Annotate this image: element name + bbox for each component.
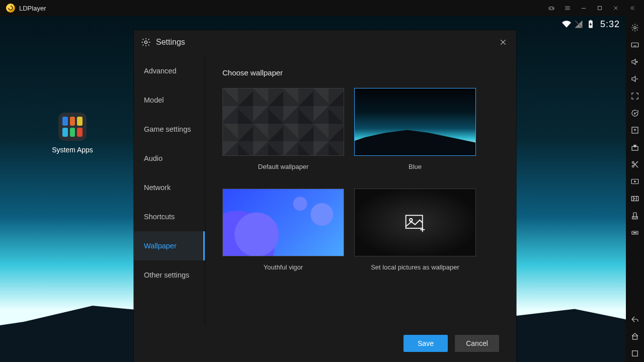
- no-sim-icon: [574, 20, 583, 29]
- gear-icon: [141, 37, 151, 47]
- wallpaper-blue[interactable]: Blue: [354, 88, 476, 170]
- settings-dialog-header: Settings: [134, 30, 516, 54]
- sync-icon[interactable]: [626, 105, 644, 122]
- home-icon[interactable]: [626, 328, 644, 345]
- nav-model[interactable]: Model: [134, 85, 205, 115]
- battery-icon: [586, 20, 595, 29]
- svg-rect-24: [631, 43, 638, 47]
- install-apk-icon[interactable]: [626, 122, 644, 139]
- back-icon[interactable]: [626, 311, 644, 328]
- folder-label: System Apps: [46, 146, 99, 154]
- nav-other-settings[interactable]: Other settings: [134, 260, 205, 290]
- emulator-toolbar: [626, 16, 644, 362]
- wallpaper-default-caption: Default wallpaper: [222, 163, 344, 170]
- save-button[interactable]: Save: [404, 335, 448, 352]
- settings-gear-icon[interactable]: [626, 19, 644, 36]
- recents-icon[interactable]: [626, 345, 644, 362]
- gamepad-icon[interactable]: [543, 0, 559, 16]
- rotate-icon[interactable]: [626, 207, 644, 224]
- nav-game-settings[interactable]: Game settings: [134, 115, 205, 144]
- wallpaper-youthful[interactable]: Youthful vigor: [222, 189, 344, 271]
- wallpaper-local-caption: Set local pictures as wallpaper: [354, 263, 476, 271]
- svg-rect-58: [632, 351, 638, 356]
- volume-up-icon[interactable]: [626, 53, 644, 70]
- dialog-button-row: Save Cancel: [134, 326, 516, 362]
- settings-title: Settings: [156, 38, 185, 47]
- close-window-button[interactable]: [608, 0, 624, 16]
- svg-rect-51: [633, 213, 636, 218]
- status-clock: 5:32: [600, 19, 620, 30]
- svg-line-45: [634, 161, 638, 165]
- collapse-toolbar-icon[interactable]: [624, 0, 640, 16]
- shared-folder-icon[interactable]: [626, 139, 644, 156]
- svg-rect-57: [633, 336, 637, 339]
- wallpaper-youthful-thumb: [222, 189, 344, 256]
- svg-point-16: [144, 41, 147, 43]
- nav-advanced[interactable]: Advanced: [134, 56, 205, 85]
- svg-rect-14: [590, 20, 591, 21]
- record-icon[interactable]: [626, 173, 644, 190]
- nav-audio[interactable]: Audio: [134, 144, 205, 173]
- svg-rect-9: [598, 7, 602, 10]
- svg-marker-36: [634, 113, 636, 115]
- wallpaper-local-thumb: [354, 189, 476, 256]
- fullscreen-icon[interactable]: [626, 87, 644, 105]
- more-icon[interactable]: [626, 224, 644, 241]
- wallpaper-youthful-caption: Youthful vigor: [222, 263, 344, 271]
- svg-marker-34: [632, 76, 635, 82]
- svg-point-4: [553, 9, 553, 9]
- wallpaper-default[interactable]: Default wallpaper: [222, 88, 344, 170]
- svg-marker-31: [632, 59, 635, 65]
- settings-dialog: Settings Advanced Model Game settings Au…: [134, 30, 516, 362]
- svg-point-42: [632, 161, 634, 163]
- svg-point-20: [410, 218, 413, 221]
- emulator-desktop: 5:32 System Apps Settings Advanced Model…: [0, 16, 626, 362]
- nav-shortcuts[interactable]: Shortcuts: [134, 202, 205, 231]
- svg-point-3: [552, 8, 553, 8]
- svg-line-44: [634, 163, 638, 167]
- svg-rect-19: [406, 215, 423, 228]
- wallpaper-panel: Choose wallpaper Default wallpaper Blue …: [205, 54, 516, 326]
- svg-point-54: [633, 232, 634, 233]
- svg-point-43: [632, 165, 634, 167]
- wifi-icon: [562, 20, 571, 29]
- multi-instance-icon[interactable]: [626, 190, 644, 207]
- close-settings-button[interactable]: [497, 36, 509, 48]
- panel-heading: Choose wallpaper: [222, 68, 502, 77]
- wallpaper-default-thumb: [222, 88, 344, 156]
- wallpaper-local[interactable]: Set local pictures as wallpaper: [354, 189, 476, 271]
- minimize-button[interactable]: [576, 0, 592, 16]
- android-status-bar: 5:32: [556, 16, 626, 32]
- menu-icon[interactable]: [559, 0, 576, 16]
- wallpaper-blue-thumb: [354, 88, 476, 156]
- system-apps-folder[interactable]: System Apps: [56, 113, 89, 154]
- scissors-icon[interactable]: [626, 156, 644, 173]
- volume-down-icon[interactable]: [626, 70, 644, 87]
- nav-wallpaper[interactable]: Wallpaper: [134, 231, 205, 260]
- svg-marker-47: [634, 180, 637, 183]
- keyboard-icon[interactable]: [626, 36, 644, 53]
- wallpaper-blue-caption: Blue: [354, 163, 476, 170]
- app-title: LDPlayer: [19, 5, 46, 12]
- svg-point-23: [634, 27, 636, 29]
- svg-point-55: [634, 232, 635, 233]
- settings-nav: Advanced Model Game settings Audio Netwo…: [134, 54, 205, 326]
- window-titlebar: LDPlayer: [0, 0, 644, 16]
- nav-network[interactable]: Network: [134, 173, 205, 202]
- app-logo-icon: [6, 4, 15, 13]
- cancel-button[interactable]: Cancel: [455, 335, 499, 352]
- svg-point-56: [636, 232, 637, 233]
- image-add-icon: [404, 213, 426, 233]
- folder-icon: [58, 113, 87, 141]
- maximize-button[interactable]: [592, 0, 608, 16]
